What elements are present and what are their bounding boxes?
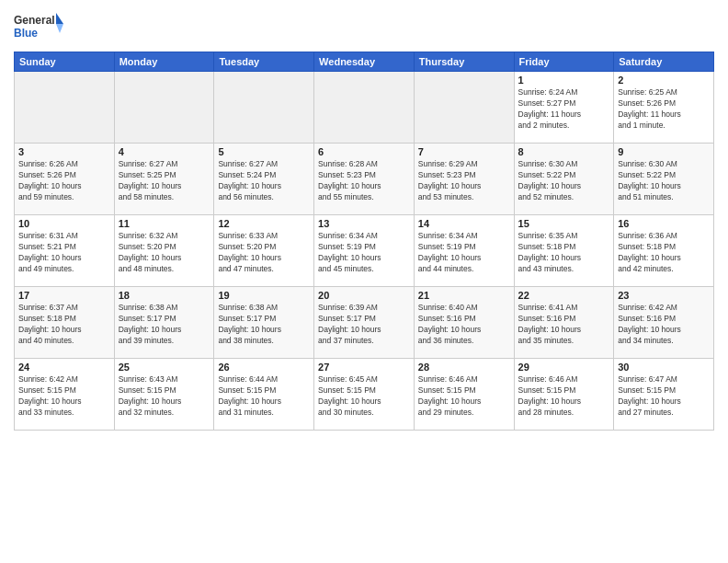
calendar-cell	[214, 72, 314, 144]
day-number: 11	[119, 218, 210, 229]
calendar-cell: 5Sunrise: 6:27 AMSunset: 5:24 PMDaylight…	[214, 144, 314, 215]
calendar-cell: 7Sunrise: 6:29 AMSunset: 5:23 PMDaylight…	[414, 144, 514, 215]
day-info: Sunrise: 6:44 AMSunset: 5:15 PMDaylight:…	[218, 374, 310, 419]
calendar-cell: 15Sunrise: 6:35 AMSunset: 5:18 PMDayligh…	[514, 215, 614, 287]
logo-svg: General Blue	[14, 9, 64, 44]
day-info: Sunrise: 6:32 AMSunset: 5:20 PMDaylight:…	[119, 231, 210, 275]
day-info: Sunrise: 6:30 AMSunset: 5:22 PMDaylight:…	[518, 159, 610, 203]
day-number: 4	[119, 146, 210, 157]
calendar-cell: 11Sunrise: 6:32 AMSunset: 5:20 PMDayligh…	[114, 215, 214, 287]
day-number: 25	[119, 362, 210, 373]
calendar-cell: 22Sunrise: 6:41 AMSunset: 5:16 PMDayligh…	[514, 287, 614, 359]
calendar-cell: 3Sunrise: 6:26 AMSunset: 5:26 PMDaylight…	[15, 144, 115, 215]
calendar-cell: 27Sunrise: 6:45 AMSunset: 5:15 PMDayligh…	[314, 359, 415, 431]
calendar-cell: 26Sunrise: 6:44 AMSunset: 5:15 PMDayligh…	[214, 359, 314, 431]
svg-text:Blue: Blue	[14, 27, 38, 40]
day-number: 15	[518, 218, 610, 229]
day-info: Sunrise: 6:35 AMSunset: 5:18 PMDaylight:…	[518, 231, 610, 275]
page-container: General Blue SundayMondayTuesdayWednesda…	[0, 0, 728, 563]
calendar-cell: 19Sunrise: 6:38 AMSunset: 5:17 PMDayligh…	[214, 287, 314, 359]
day-number: 2	[618, 75, 710, 86]
day-number: 23	[618, 290, 710, 301]
day-number: 13	[318, 218, 410, 229]
day-number: 19	[218, 290, 310, 301]
calendar-cell: 10Sunrise: 6:31 AMSunset: 5:21 PMDayligh…	[15, 215, 115, 287]
day-info: Sunrise: 6:36 AMSunset: 5:18 PMDaylight:…	[618, 231, 710, 275]
day-info: Sunrise: 6:45 AMSunset: 5:15 PMDaylight:…	[318, 374, 410, 419]
day-info: Sunrise: 6:34 AMSunset: 5:19 PMDaylight:…	[418, 231, 510, 275]
day-info: Sunrise: 6:29 AMSunset: 5:23 PMDaylight:…	[418, 159, 510, 203]
svg-text:General: General	[14, 14, 55, 27]
calendar-cell: 25Sunrise: 6:43 AMSunset: 5:15 PMDayligh…	[114, 359, 214, 431]
calendar-cell: 12Sunrise: 6:33 AMSunset: 5:20 PMDayligh…	[214, 215, 314, 287]
day-info: Sunrise: 6:47 AMSunset: 5:15 PMDaylight:…	[618, 374, 710, 419]
calendar-cell: 2Sunrise: 6:25 AMSunset: 5:26 PMDaylight…	[614, 72, 714, 144]
day-info: Sunrise: 6:42 AMSunset: 5:16 PMDaylight:…	[618, 303, 710, 347]
day-number: 12	[218, 218, 310, 229]
day-number: 20	[318, 290, 410, 301]
calendar-table: SundayMondayTuesdayWednesdayThursdayFrid…	[14, 52, 714, 431]
day-info: Sunrise: 6:39 AMSunset: 5:17 PMDaylight:…	[318, 303, 410, 347]
calendar-cell: 4Sunrise: 6:27 AMSunset: 5:25 PMDaylight…	[114, 144, 214, 215]
calendar-cell: 14Sunrise: 6:34 AMSunset: 5:19 PMDayligh…	[414, 215, 514, 287]
calendar-week-4: 17Sunrise: 6:37 AMSunset: 5:18 PMDayligh…	[15, 287, 714, 359]
svg-marker-3	[56, 24, 63, 33]
day-number: 5	[218, 146, 310, 157]
day-number: 18	[119, 290, 210, 301]
calendar-cell: 24Sunrise: 6:42 AMSunset: 5:15 PMDayligh…	[15, 359, 115, 431]
weekday-header-wednesday: Wednesday	[314, 52, 415, 72]
day-number: 9	[618, 146, 710, 157]
day-info: Sunrise: 6:41 AMSunset: 5:16 PMDaylight:…	[518, 303, 610, 347]
calendar-week-3: 10Sunrise: 6:31 AMSunset: 5:21 PMDayligh…	[15, 215, 714, 287]
day-number: 27	[318, 362, 410, 373]
day-info: Sunrise: 6:37 AMSunset: 5:18 PMDaylight:…	[18, 303, 110, 347]
day-info: Sunrise: 6:27 AMSunset: 5:25 PMDaylight:…	[119, 159, 210, 203]
day-info: Sunrise: 6:38 AMSunset: 5:17 PMDaylight:…	[218, 303, 310, 347]
day-number: 10	[18, 218, 110, 229]
svg-marker-2	[56, 13, 63, 24]
day-number: 16	[618, 218, 710, 229]
day-number: 21	[418, 290, 510, 301]
day-info: Sunrise: 6:25 AMSunset: 5:26 PMDaylight:…	[618, 87, 710, 132]
day-info: Sunrise: 6:24 AMSunset: 5:27 PMDaylight:…	[518, 87, 610, 132]
calendar-cell: 1Sunrise: 6:24 AMSunset: 5:27 PMDaylight…	[514, 72, 614, 144]
day-number: 7	[418, 146, 510, 157]
day-info: Sunrise: 6:31 AMSunset: 5:21 PMDaylight:…	[18, 231, 110, 275]
day-info: Sunrise: 6:28 AMSunset: 5:23 PMDaylight:…	[318, 159, 410, 203]
calendar-cell: 23Sunrise: 6:42 AMSunset: 5:16 PMDayligh…	[614, 287, 714, 359]
day-number: 22	[518, 290, 610, 301]
calendar-week-2: 3Sunrise: 6:26 AMSunset: 5:26 PMDaylight…	[15, 144, 714, 215]
day-info: Sunrise: 6:46 AMSunset: 5:15 PMDaylight:…	[418, 374, 510, 419]
calendar-cell: 6Sunrise: 6:28 AMSunset: 5:23 PMDaylight…	[314, 144, 415, 215]
page-header: General Blue	[14, 9, 714, 44]
calendar-cell: 9Sunrise: 6:30 AMSunset: 5:22 PMDaylight…	[614, 144, 714, 215]
day-number: 28	[418, 362, 510, 373]
weekday-header-sunday: Sunday	[15, 52, 115, 72]
day-info: Sunrise: 6:27 AMSunset: 5:24 PMDaylight:…	[218, 159, 310, 203]
day-number: 24	[18, 362, 110, 373]
weekday-header-row: SundayMondayTuesdayWednesdayThursdayFrid…	[15, 52, 714, 72]
weekday-header-thursday: Thursday	[414, 52, 514, 72]
calendar-cell: 29Sunrise: 6:46 AMSunset: 5:15 PMDayligh…	[514, 359, 614, 431]
day-number: 8	[518, 146, 610, 157]
day-info: Sunrise: 6:43 AMSunset: 5:15 PMDaylight:…	[119, 374, 210, 419]
day-info: Sunrise: 6:40 AMSunset: 5:16 PMDaylight:…	[418, 303, 510, 347]
day-number: 26	[218, 362, 310, 373]
day-info: Sunrise: 6:42 AMSunset: 5:15 PMDaylight:…	[18, 374, 110, 419]
day-info: Sunrise: 6:26 AMSunset: 5:26 PMDaylight:…	[18, 159, 110, 203]
weekday-header-saturday: Saturday	[614, 52, 714, 72]
calendar-week-5: 24Sunrise: 6:42 AMSunset: 5:15 PMDayligh…	[15, 359, 714, 431]
calendar-cell: 28Sunrise: 6:46 AMSunset: 5:15 PMDayligh…	[414, 359, 514, 431]
calendar-cell	[114, 72, 214, 144]
calendar-cell: 17Sunrise: 6:37 AMSunset: 5:18 PMDayligh…	[15, 287, 115, 359]
calendar-cell: 30Sunrise: 6:47 AMSunset: 5:15 PMDayligh…	[614, 359, 714, 431]
weekday-header-monday: Monday	[114, 52, 214, 72]
calendar-cell	[314, 72, 415, 144]
weekday-header-tuesday: Tuesday	[214, 52, 314, 72]
day-number: 17	[18, 290, 110, 301]
calendar-cell	[414, 72, 514, 144]
logo: General Blue	[14, 9, 64, 44]
weekday-header-friday: Friday	[514, 52, 614, 72]
day-info: Sunrise: 6:46 AMSunset: 5:15 PMDaylight:…	[518, 374, 610, 419]
day-number: 29	[518, 362, 610, 373]
